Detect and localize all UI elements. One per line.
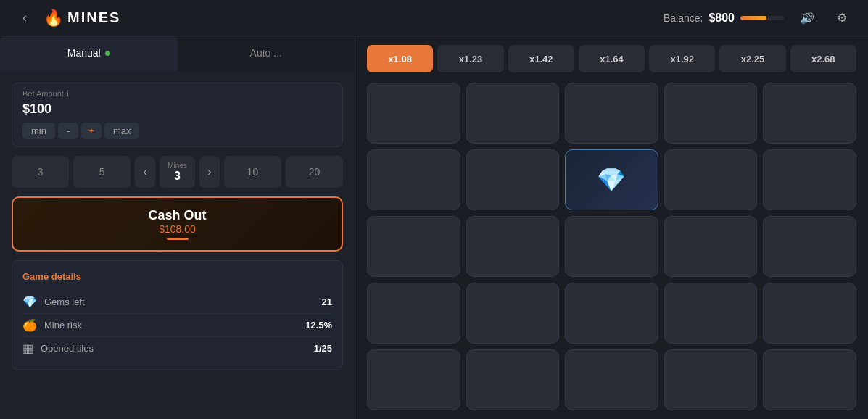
tiles-icon: ▦ bbox=[22, 341, 33, 355]
grid-tile[interactable] bbox=[664, 349, 758, 410]
gem-icon: 💎 bbox=[22, 295, 37, 309]
tab-manual[interactable]: Manual bbox=[0, 36, 178, 71]
tabs: Manual Auto ... bbox=[0, 36, 355, 71]
bet-controls: min - + max bbox=[22, 123, 332, 139]
active-indicator bbox=[105, 51, 110, 56]
opened-tiles-label: Opened tiles bbox=[41, 343, 94, 354]
grid-tile[interactable] bbox=[466, 83, 560, 144]
grid-tile[interactable] bbox=[664, 83, 758, 144]
grid-tile[interactable] bbox=[763, 216, 856, 277]
mines-label: Mines bbox=[168, 162, 187, 170]
bet-label: Bet Amount ℹ bbox=[22, 89, 332, 99]
mine-risk-value: 12.5% bbox=[305, 320, 332, 331]
multiplier-btn-5[interactable]: x2.25 bbox=[719, 45, 785, 72]
balance-value: $800 bbox=[708, 12, 735, 25]
bet-minus-button[interactable]: - bbox=[58, 123, 78, 139]
mine-option-20[interactable]: 20 bbox=[286, 156, 343, 188]
bet-max-button[interactable]: max bbox=[104, 123, 140, 139]
cashout-label: Cash Out bbox=[148, 208, 206, 223]
gems-left-value: 21 bbox=[322, 296, 332, 307]
panel-content: Bet Amount ℹ $100 min - + max 3 5 ‹ Mine… bbox=[0, 71, 355, 419]
grid-tile[interactable] bbox=[664, 216, 758, 277]
mines-control: Mines 3 bbox=[160, 156, 195, 188]
header: ‹ 🔥 MINES Balance: $800 🔊 ⚙ bbox=[0, 0, 868, 36]
gems-left-left: 💎 Gems left bbox=[22, 295, 85, 309]
game-grid: 💎 bbox=[367, 83, 856, 410]
opened-tiles-value: 1/25 bbox=[314, 343, 332, 354]
gems-left-label: Gems left bbox=[44, 296, 85, 307]
sound-button[interactable]: 🔊 bbox=[795, 7, 819, 30]
grid-tile[interactable] bbox=[565, 83, 658, 144]
mine-option-3[interactable]: 3 bbox=[12, 156, 69, 188]
cashout-value: $108.00 bbox=[159, 223, 196, 235]
grid-tile[interactable] bbox=[466, 283, 560, 344]
logo-text: MINES bbox=[67, 9, 120, 26]
grid-tile[interactable] bbox=[466, 349, 560, 410]
grid-tile[interactable] bbox=[664, 149, 758, 210]
balance-section: Balance: $800 bbox=[664, 12, 784, 25]
balance-bar-fill bbox=[740, 16, 766, 20]
mine-risk-label: Mine risk bbox=[44, 320, 82, 331]
grid-tile[interactable] bbox=[565, 349, 658, 410]
header-left: ‹ 🔥 MINES bbox=[15, 8, 120, 28]
back-button[interactable]: ‹ bbox=[15, 8, 35, 28]
grid-tile[interactable] bbox=[367, 283, 460, 344]
grid-tile[interactable]: 💎 bbox=[565, 149, 658, 210]
bet-value: $100 bbox=[22, 101, 332, 117]
settings-button[interactable]: ⚙ bbox=[830, 7, 853, 30]
mine-risk-left: 🍊 Mine risk bbox=[22, 318, 82, 332]
tab-auto[interactable]: Auto ... bbox=[178, 36, 355, 71]
mines-decrement[interactable]: ‹ bbox=[135, 156, 155, 188]
mine-icon: 🍊 bbox=[22, 318, 37, 332]
mine-option-10[interactable]: 10 bbox=[224, 156, 281, 188]
game-details-title: Game details bbox=[22, 271, 332, 282]
grid-tile[interactable] bbox=[565, 216, 658, 277]
main-layout: Manual Auto ... Bet Amount ℹ $100 min - … bbox=[0, 36, 868, 419]
grid-tile[interactable] bbox=[565, 283, 658, 344]
logo-icon: 🔥 bbox=[44, 9, 63, 28]
cashout-button[interactable]: Cash Out $108.00 bbox=[12, 196, 343, 252]
multiplier-btn-3[interactable]: x1.64 bbox=[579, 45, 645, 72]
mine-option-5[interactable]: 5 bbox=[73, 156, 131, 188]
cashout-bar bbox=[167, 238, 189, 240]
grid-tile[interactable] bbox=[763, 83, 856, 144]
opened-tiles-left: ▦ Opened tiles bbox=[22, 341, 94, 355]
multiplier-btn-2[interactable]: x1.42 bbox=[508, 45, 574, 72]
multiplier-btn-6[interactable]: x2.68 bbox=[790, 45, 856, 72]
opened-tiles-row: ▦ Opened tiles 1/25 bbox=[22, 336, 332, 360]
gem-tile-icon: 💎 bbox=[597, 166, 626, 194]
grid-tile[interactable] bbox=[367, 349, 460, 410]
left-panel: Manual Auto ... Bet Amount ℹ $100 min - … bbox=[0, 36, 355, 419]
multiplier-btn-1[interactable]: x1.23 bbox=[437, 45, 503, 72]
gems-left-row: 💎 Gems left 21 bbox=[22, 291, 332, 313]
grid-tile[interactable] bbox=[763, 149, 856, 210]
mine-risk-row: 🍊 Mine risk 12.5% bbox=[22, 313, 332, 336]
grid-tile[interactable] bbox=[466, 216, 560, 277]
grid-tile[interactable] bbox=[367, 83, 460, 144]
game-details: Game details 💎 Gems left 21 🍊 Mine risk … bbox=[12, 260, 343, 370]
mines-increment[interactable]: › bbox=[199, 156, 220, 188]
grid-tile[interactable] bbox=[466, 149, 560, 210]
bet-plus-button[interactable]: + bbox=[81, 123, 102, 139]
grid-tile[interactable] bbox=[367, 216, 460, 277]
grid-tile[interactable] bbox=[664, 283, 758, 344]
header-right: Balance: $800 🔊 ⚙ bbox=[664, 7, 853, 30]
bet-amount-group: Bet Amount ℹ $100 min - + max bbox=[12, 83, 343, 147]
bet-min-button[interactable]: min bbox=[22, 123, 55, 139]
grid-tile[interactable] bbox=[367, 149, 460, 210]
mines-selector: 3 5 ‹ Mines 3 › 10 20 bbox=[12, 156, 343, 188]
grid-tile[interactable] bbox=[763, 349, 856, 410]
multiplier-btn-0[interactable]: x1.08 bbox=[367, 45, 433, 72]
balance-bar bbox=[740, 16, 784, 20]
multiplier-btn-4[interactable]: x1.92 bbox=[649, 45, 715, 72]
right-panel: x1.08x1.23x1.42x1.64x1.92x2.25x2.68 💎 bbox=[355, 36, 868, 419]
multiplier-row: x1.08x1.23x1.42x1.64x1.92x2.25x2.68 bbox=[367, 45, 856, 72]
balance-label: Balance: bbox=[664, 12, 703, 24]
logo: 🔥 MINES bbox=[44, 9, 120, 28]
mines-value: 3 bbox=[174, 170, 181, 183]
grid-tile[interactable] bbox=[763, 283, 856, 344]
